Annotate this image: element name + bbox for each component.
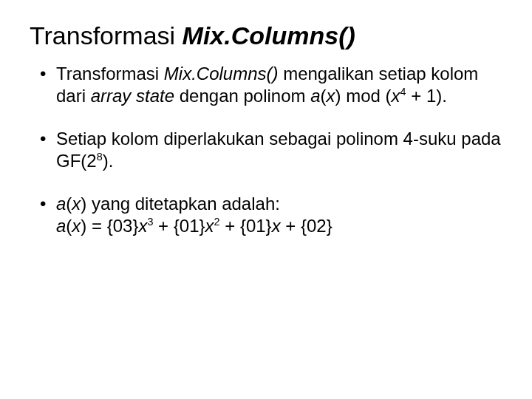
text: ( — [321, 86, 327, 106]
var-a: a — [56, 194, 66, 214]
exponent-8: 8 — [97, 151, 103, 163]
text: yang ditetapkan adalah: — [86, 194, 280, 214]
exponent-2: 2 — [214, 216, 220, 228]
var-a: a — [56, 216, 66, 236]
var-x: x — [72, 194, 81, 214]
var-x: x — [327, 86, 335, 106]
text: + {02} — [281, 216, 332, 236]
text: mod ( — [341, 86, 392, 106]
bullet-2: Setiap kolom diperlakukan sebagai polino… — [56, 128, 502, 172]
text: ). — [103, 151, 114, 171]
var-x: x — [272, 216, 281, 236]
arraystate-italic: array state — [91, 86, 174, 106]
var-x: x — [205, 216, 214, 236]
bullet-3: a(x) yang ditetapkan adalah: a(x) = {03}… — [56, 193, 502, 237]
text: Transformasi — [56, 64, 164, 83]
bullet-1: Transformasi Mix.Columns() mengalikan se… — [56, 63, 502, 107]
var-a: a — [310, 86, 320, 106]
slide-body: Transformasi Mix.Columns() mengalikan se… — [30, 63, 502, 237]
title-text-italic: Mix.Columns() — [183, 21, 355, 50]
equation-line: a(x) = {03}x3 + {01}x2 + {01}x + {02} — [56, 215, 502, 237]
text: = {03} — [86, 216, 138, 236]
var-x: x — [72, 216, 81, 236]
slide-title: Transformasi Mix.Columns() — [30, 22, 502, 50]
text: + {01} — [153, 216, 205, 236]
exponent-4: 4 — [400, 86, 406, 98]
title-text-plain: Transformasi — [30, 21, 183, 50]
var-x: x — [392, 86, 400, 106]
slide: Transformasi Mix.Columns() Transformasi … — [0, 0, 532, 399]
text: dengan polinom — [174, 86, 310, 106]
text: + 1). — [406, 86, 447, 106]
text: + {01} — [220, 216, 272, 236]
var-x: x — [138, 216, 147, 236]
text: Setiap kolom diperlakukan sebagai polino… — [56, 129, 501, 171]
mixcolumns-italic: Mix.Columns() — [164, 64, 279, 83]
text: ) — [335, 86, 341, 106]
